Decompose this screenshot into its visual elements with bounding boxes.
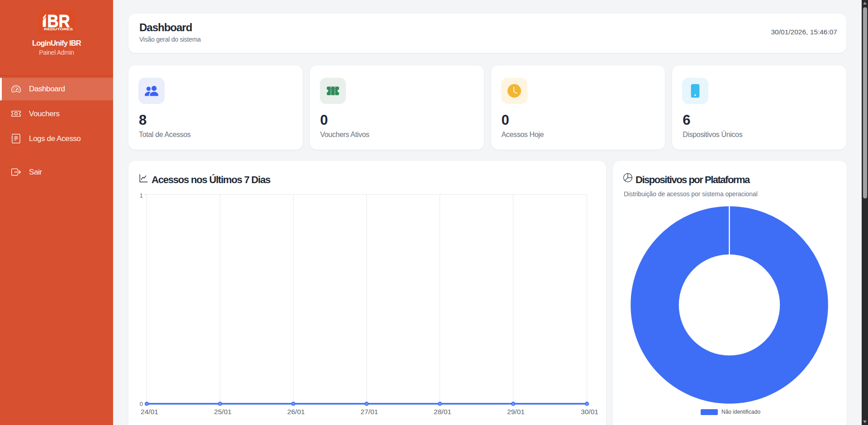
svg-text:29/01: 29/01 [507, 408, 525, 416]
svg-text:28/01: 28/01 [434, 408, 451, 416]
svg-text:30/01: 30/01 [581, 408, 598, 416]
svg-text:24/01: 24/01 [141, 408, 158, 416]
svg-text:27/01: 27/01 [360, 408, 378, 416]
svg-text:25/01: 25/01 [214, 408, 232, 416]
svg-text:0: 0 [140, 401, 143, 407]
svg-text:1: 1 [140, 192, 143, 199]
svg-text:26/01: 26/01 [287, 408, 305, 416]
svg-text:REDUTORES: REDUTORES [44, 28, 73, 31]
